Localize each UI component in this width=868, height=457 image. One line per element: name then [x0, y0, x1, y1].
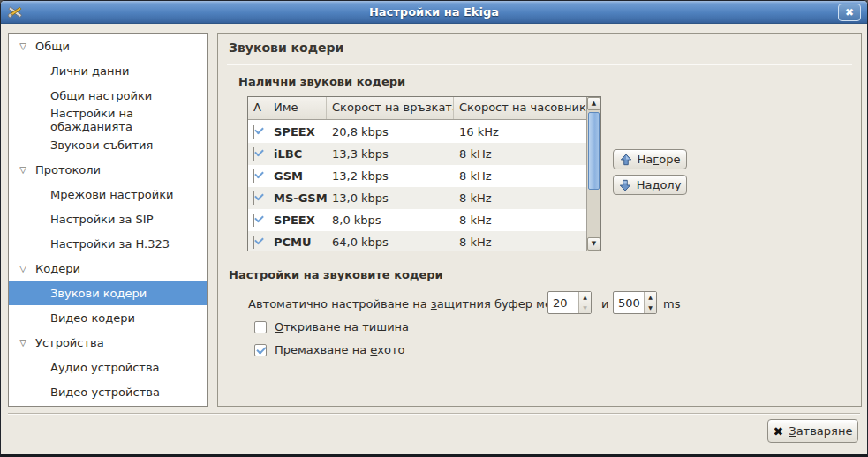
scroll-up-icon[interactable]: ▲: [587, 97, 600, 110]
expander-open-icon[interactable]: ▽: [17, 264, 29, 273]
expander-open-icon[interactable]: ▽: [17, 41, 29, 51]
sidebar-item[interactable]: Видео кодери: [9, 305, 207, 330]
sidebar-item[interactable]: Настройки за SIP: [9, 206, 207, 231]
jitter-max-value[interactable]: 500: [618, 296, 640, 310]
sidebar-item-label: Протоколи: [35, 163, 101, 176]
codec-name: SPEEX: [268, 214, 327, 227]
sidebar-item-label: Аудио устройства: [50, 361, 160, 374]
column-header-clock[interactable]: Скорост на часовника: [454, 97, 600, 119]
codec-enabled-checkbox[interactable]: [253, 191, 254, 205]
jitter-max-spinner[interactable]: 500 ▲ ▼: [613, 291, 657, 314]
codec-row[interactable]: PCMU64,0 kbps8 kHz: [248, 231, 586, 251]
window-close-icon[interactable]: ✖: [838, 4, 861, 21]
spin-down-icon[interactable]: ▼: [645, 303, 656, 313]
codec-enabled-checkbox[interactable]: [253, 147, 254, 161]
sidebar-item[interactable]: Общи настройки: [9, 83, 207, 108]
sidebar-item-label: Лични данни: [50, 64, 129, 78]
sidebar-item[interactable]: Мрежови настройки: [9, 182, 207, 206]
scroll-down-icon[interactable]: ▼: [587, 237, 600, 251]
codec-settings-heading: Настройки на звуковите кодери: [229, 268, 443, 281]
sidebar-item[interactable]: ▽Устройства: [9, 330, 207, 355]
expander-open-icon[interactable]: ▽: [17, 165, 29, 175]
codec-name: SPEEX: [268, 125, 327, 139]
window-title: Настройки на Ekiga: [1, 5, 867, 19]
column-header-active[interactable]: А: [248, 97, 268, 119]
codec-row[interactable]: MS-GSM13,0 kbps8 kHz: [248, 187, 586, 209]
codec-row[interactable]: GSM13,2 kbps8 kHz: [248, 165, 586, 187]
column-header-name[interactable]: Име: [268, 97, 327, 119]
spin-up-icon[interactable]: ▲: [579, 292, 591, 303]
codec-bitrate: 13,3 kbps: [327, 147, 454, 161]
sidebar-item-label: Видео кодери: [50, 311, 135, 325]
jitter-and-label: и: [601, 297, 608, 311]
sidebar-tree[interactable]: ▽ОбщиЛични данниОбщи настройкиНастройки …: [8, 33, 208, 407]
sidebar-item-label: Устройства: [35, 336, 104, 349]
sidebar-item[interactable]: Видео устройства: [9, 379, 207, 404]
sidebar-item-label: Мрежови настройки: [50, 188, 174, 201]
sidebar-item[interactable]: Звукови кодери: [9, 281, 207, 305]
column-header-bitrate[interactable]: Скорост на връзката: [327, 97, 454, 119]
close-button-label: Затваряне: [789, 424, 852, 438]
codec-enabled-checkbox[interactable]: [253, 214, 254, 227]
codec-row[interactable]: SPEEX8,0 kbps8 kHz: [248, 209, 586, 231]
jitter-min-value[interactable]: 20: [553, 296, 568, 310]
move-down-button[interactable]: Надолу: [613, 175, 687, 195]
codec-bitrate: 13,0 kbps: [327, 191, 454, 205]
codec-row[interactable]: SPEEX20,8 kbps16 kHz: [248, 121, 586, 143]
codec-enabled-checkbox[interactable]: [253, 236, 254, 249]
codec-table-header: А Име Скорост на връзката Скорост на час…: [248, 97, 600, 120]
tools-icon: [7, 4, 23, 20]
codec-table[interactable]: А Име Скорост на връзката Скорост на час…: [247, 96, 601, 251]
footer-separator: [8, 413, 860, 415]
jitter-buffer-label: Автоматично настройване на защитния буфе…: [248, 297, 577, 311]
codec-clock-rate: 8 kHz: [454, 191, 586, 205]
codec-name: GSM: [268, 169, 327, 183]
echo-cancellation-label: Премахване на ехото: [275, 343, 405, 356]
sidebar-item[interactable]: ▽Кодери: [9, 256, 207, 281]
preferences-dialog: Настройки на Ekiga ✖ ▽ОбщиЛични данниОбщ…: [0, 0, 868, 457]
spin-up-icon[interactable]: ▲: [645, 292, 656, 303]
sidebar-item[interactable]: Лични данни: [9, 58, 207, 83]
move-down-label: Надолу: [637, 178, 682, 191]
codec-clock-rate: 16 kHz: [454, 125, 586, 139]
sidebar-item[interactable]: ▽Общи: [9, 34, 207, 58]
expander-open-icon[interactable]: ▽: [17, 338, 29, 348]
sidebar-item[interactable]: Звукови събития: [9, 132, 207, 157]
scrollbar-thumb[interactable]: [588, 112, 600, 190]
table-scrollbar[interactable]: ▲ ▼: [586, 97, 600, 251]
echo-cancellation-option[interactable]: Премахване на ехото: [254, 343, 405, 356]
silence-detection-option[interactable]: Откриване на тишина: [254, 320, 409, 333]
codec-bitrate: 13,2 kbps: [327, 169, 454, 183]
sidebar-item[interactable]: Настройки на обажданията: [9, 108, 207, 132]
silence-detection-checkbox[interactable]: [254, 321, 267, 333]
spin-down-icon[interactable]: ▼: [579, 303, 591, 313]
codec-clock-rate: 8 kHz: [454, 169, 586, 183]
sidebar-item[interactable]: Настройки за H.323: [9, 231, 207, 256]
sidebar-item-label: Видео устройства: [50, 386, 160, 399]
available-codecs-heading: Налични звукови кодери: [238, 75, 405, 88]
close-x-icon: ✖: [774, 425, 784, 438]
title-separator: [227, 64, 852, 65]
sidebar-item-label: Настройки на обажданията: [50, 107, 207, 133]
arrow-down-icon: [619, 179, 631, 191]
sidebar-item-label: Настройки за H.323: [50, 237, 170, 251]
codec-clock-rate: 8 kHz: [454, 147, 586, 161]
main-panel: Звукови кодери Налични звукови кодери А …: [217, 33, 862, 407]
sidebar-item-label: Звукови кодери: [50, 287, 147, 300]
move-up-label: Нагоре: [638, 153, 681, 166]
silence-detection-label: Откриване на тишина: [275, 320, 409, 333]
codec-table-body: SPEEX20,8 kbps16 kHziLBC13,3 kbps8 kHzGS…: [248, 121, 586, 251]
echo-cancellation-checkbox[interactable]: [254, 344, 267, 356]
arrow-up-icon: [620, 154, 632, 166]
close-button[interactable]: ✖ Затваряне: [767, 419, 858, 443]
sidebar-item[interactable]: ▽Протоколи: [9, 157, 207, 182]
codec-enabled-checkbox[interactable]: [253, 169, 254, 183]
sidebar-item-label: Настройки за SIP: [50, 213, 154, 226]
move-up-button[interactable]: Нагоре: [613, 149, 687, 169]
titlebar[interactable]: Настройки на Ekiga ✖: [1, 1, 867, 24]
codec-enabled-checkbox[interactable]: [253, 125, 254, 139]
codec-row[interactable]: iLBC13,3 kbps8 kHz: [248, 143, 586, 165]
sidebar-item[interactable]: Аудио устройства: [9, 355, 207, 379]
jitter-min-spinner[interactable]: 20 ▲ ▼: [547, 291, 592, 314]
page-title: Звукови кодери: [229, 41, 343, 55]
